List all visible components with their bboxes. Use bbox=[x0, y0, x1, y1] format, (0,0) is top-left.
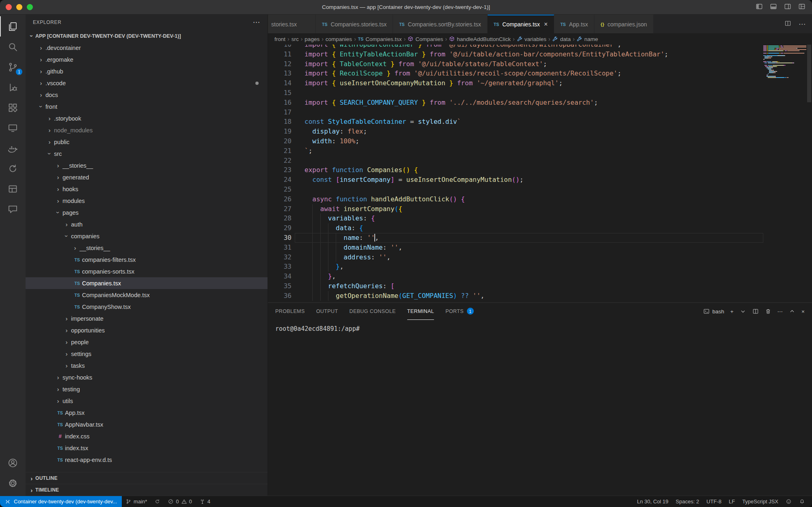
toggle-primary-sidebar-icon[interactable] bbox=[756, 3, 763, 12]
tree-item-companiesmockmode-tsx[interactable]: TSCompaniesMockMode.tsx bbox=[26, 289, 268, 301]
tree-item-public[interactable]: ›public bbox=[26, 136, 268, 148]
tree-item-utils[interactable]: ›utils bbox=[26, 395, 268, 407]
toggle-panel-icon[interactable] bbox=[770, 3, 777, 12]
customize-layout-icon[interactable] bbox=[798, 3, 806, 12]
tree-item-companyshow-tsx[interactable]: TSCompanyShow.tsx bbox=[26, 301, 268, 313]
sync-status[interactable] bbox=[151, 496, 164, 507]
eol-status[interactable]: LF bbox=[725, 496, 739, 507]
tree-item-github[interactable]: ›.github bbox=[26, 65, 268, 77]
breadcrumb-companies-tsx[interactable]: TSCompanies.tsx bbox=[358, 36, 402, 42]
tree-item-vscode[interactable]: ›.vscode bbox=[26, 77, 268, 89]
tree-item-pages[interactable]: ›pages bbox=[26, 207, 268, 218]
language-mode[interactable]: TypeScript JSX bbox=[739, 496, 782, 507]
split-terminal-icon[interactable] bbox=[752, 308, 759, 315]
code-line-23[interactable]: 23export function Companies() { bbox=[268, 165, 763, 175]
tree-item-impersonate[interactable]: ›impersonate bbox=[26, 313, 268, 324]
split-editor-icon[interactable] bbox=[784, 20, 791, 28]
tree-item-front[interactable]: ›front bbox=[26, 101, 268, 112]
tree-item-stories[interactable]: ›__stories__ bbox=[26, 242, 268, 254]
tree-item-modules[interactable]: ›modules bbox=[26, 195, 268, 207]
close-panel-icon[interactable]: × bbox=[801, 309, 805, 315]
tree-item-index-css[interactable]: #index.css bbox=[26, 430, 268, 442]
outline-section[interactable]: › OUTLINE bbox=[26, 472, 268, 484]
tree-item-react-app-env-d-ts[interactable]: TSreact-app-env.d.ts bbox=[26, 454, 268, 466]
terminal-content[interactable]: root@0a42ecd84891:/app# bbox=[268, 320, 812, 496]
scrollbar-slider[interactable] bbox=[807, 45, 811, 102]
remote-indicator[interactable]: Container dev-twenty-dev (dev-twenty-dev… bbox=[0, 496, 122, 507]
cursor-position[interactable]: Ln 30, Col 19 bbox=[633, 496, 672, 507]
account-icon[interactable] bbox=[0, 453, 26, 473]
breadcrumb-name[interactable]: name bbox=[577, 36, 598, 42]
tree-item-companies-tsx[interactable]: TSCompanies.tsx bbox=[26, 277, 268, 289]
code-line-11[interactable]: 11import { EntityTableActionBar } from '… bbox=[268, 50, 763, 59]
zoom-button[interactable] bbox=[27, 4, 33, 10]
code-line-14[interactable]: 14import { useInsertOneCompanyMutation }… bbox=[268, 78, 763, 88]
tree-item-opportunities[interactable]: ›opportunities bbox=[26, 324, 268, 336]
code-line-10[interactable]: 10import { WithTopBarContainer } from '@… bbox=[268, 45, 763, 50]
editor-scrollbar[interactable] bbox=[806, 45, 812, 302]
code-line-36[interactable]: 36 getOperationName(GET_COMPANIES) ?? ''… bbox=[268, 291, 763, 301]
code-line-32[interactable]: 32 address: '', bbox=[268, 252, 763, 262]
tab-companies-stories-tsx[interactable]: TSCompanies.stories.tsx bbox=[316, 15, 393, 33]
code-line-21[interactable]: 21`; bbox=[268, 146, 763, 156]
code-line-27[interactable]: 27 await insertCompany({ bbox=[268, 204, 763, 214]
code-line-13[interactable]: 13import { RecoilScope } from '@/ui/util… bbox=[268, 69, 763, 78]
tree-item-people[interactable]: ›people bbox=[26, 336, 268, 348]
explorer-icon[interactable] bbox=[0, 16, 26, 37]
code-line-16[interactable]: 16import { SEARCH_COMPANY_QUERY } from '… bbox=[268, 98, 763, 108]
terminal-shell-selector[interactable]: bash bbox=[703, 308, 724, 315]
comment-icon[interactable] bbox=[0, 199, 26, 219]
tree-item-companies[interactable]: ›companies bbox=[26, 230, 268, 242]
feedback-button[interactable] bbox=[782, 496, 795, 507]
tree-item-testing[interactable]: ›testing bbox=[26, 383, 268, 395]
panel-tab-problems[interactable]: PROBLEMS bbox=[275, 303, 305, 320]
problems-status[interactable]: 0 0 bbox=[164, 496, 195, 507]
project-root-header[interactable]: › APP [CONTAINER DEV-TWENTY-DEV (DEV-TWE… bbox=[26, 30, 268, 42]
encoding-status[interactable]: UTF-8 bbox=[703, 496, 725, 507]
code-line-24[interactable]: 24 const [insertCompany] = useInsertOneC… bbox=[268, 175, 763, 185]
table-icon[interactable] bbox=[0, 179, 26, 199]
code-line-31[interactable]: 31 domainName: '', bbox=[268, 243, 763, 252]
tree-item-hooks[interactable]: ›hooks bbox=[26, 183, 268, 195]
tab-companies-json[interactable]: {}companies.json bbox=[594, 15, 653, 33]
code-line-12[interactable]: 12import { TableContext } from '@/ui/tab… bbox=[268, 59, 763, 69]
code-line-25[interactable]: 25 bbox=[268, 185, 763, 194]
tree-item-src[interactable]: ›src bbox=[26, 148, 268, 160]
code-line-26[interactable]: 26 async function handleAddButtonClick()… bbox=[268, 194, 763, 204]
breadcrumb-front[interactable]: front bbox=[274, 36, 285, 42]
code-line-30[interactable]: 30 name: '', bbox=[268, 233, 763, 243]
tree-item-auth[interactable]: ›auth bbox=[26, 218, 268, 230]
new-terminal-icon[interactable]: + bbox=[730, 309, 734, 315]
breadcrumb-pages[interactable]: pages bbox=[304, 36, 320, 42]
code-line-20[interactable]: 20 width: 100%; bbox=[268, 136, 763, 146]
code-editor[interactable]: 10import { WithTopBarContainer } from '@… bbox=[268, 45, 812, 302]
indentation-status[interactable]: Spaces: 2 bbox=[672, 496, 703, 507]
breadcrumb-src[interactable]: src bbox=[292, 36, 299, 42]
code-line-15[interactable]: 15 bbox=[268, 88, 763, 98]
maximize-panel-icon[interactable] bbox=[789, 308, 795, 315]
code-area[interactable]: 10import { WithTopBarContainer } from '@… bbox=[268, 45, 763, 302]
breadcrumb-data[interactable]: data bbox=[552, 36, 570, 42]
tree-item-stories[interactable]: ›__stories__ bbox=[26, 160, 268, 171]
notifications-button[interactable] bbox=[795, 496, 809, 507]
tree-item-app-tsx[interactable]: TSApp.tsx bbox=[26, 407, 268, 419]
panel-tab-debug-console[interactable]: DEBUG CONSOLE bbox=[349, 303, 395, 320]
remote-explorer-icon[interactable] bbox=[0, 118, 26, 138]
code-line-17[interactable]: 17 bbox=[268, 108, 763, 117]
close-icon[interactable]: × bbox=[544, 21, 548, 28]
tree-item-settings[interactable]: ›settings bbox=[26, 348, 268, 360]
code-line-29[interactable]: 29 data: { bbox=[268, 223, 763, 233]
branch-status[interactable]: main* bbox=[122, 496, 151, 507]
minimize-button[interactable] bbox=[16, 4, 22, 10]
tree-item-appnavbar-tsx[interactable]: TSAppNavbar.tsx bbox=[26, 419, 268, 430]
minimap[interactable] bbox=[763, 45, 806, 302]
close-button[interactable] bbox=[6, 4, 12, 10]
toggle-secondary-sidebar-icon[interactable] bbox=[784, 3, 791, 12]
code-line-34[interactable]: 34 }, bbox=[268, 272, 763, 281]
code-line-18[interactable]: 18const StyledTableContainer = styled.di… bbox=[268, 117, 763, 127]
tree-item-sync-hooks[interactable]: ›sync-hooks bbox=[26, 371, 268, 383]
tree-item-companies-sorts-tsx[interactable]: TScompanies-sorts.tsx bbox=[26, 265, 268, 277]
tree-item-ergomake[interactable]: ›.ergomake bbox=[26, 54, 268, 65]
breadcrumb-variables[interactable]: variables bbox=[517, 36, 546, 42]
tab-app-tsx[interactable]: TSApp.tsx bbox=[554, 15, 594, 33]
